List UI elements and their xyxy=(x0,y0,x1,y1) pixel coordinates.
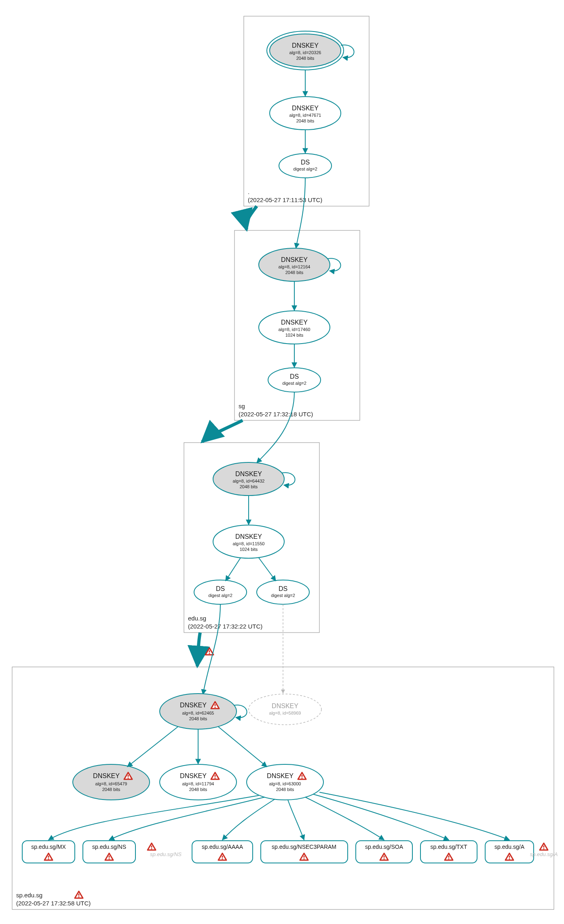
svg-text:1024 bits: 1024 bits xyxy=(240,547,258,552)
svg-text:alg=8, id=65479: alg=8, id=65479 xyxy=(95,781,127,786)
svg-text:alg=8, id=20326: alg=8, id=20326 xyxy=(289,50,321,55)
svg-text:DNSKEY: DNSKEY xyxy=(281,256,308,263)
edge-edu-to-sp-thick xyxy=(197,633,200,666)
edge-k3-ns xyxy=(109,797,265,840)
warning-icon xyxy=(205,648,213,655)
svg-text:DNSKEY: DNSKEY xyxy=(292,105,319,112)
edge-edu-zsk-ds1 xyxy=(226,558,241,581)
edge-k3-a xyxy=(319,792,509,840)
node-root-ksk[interactable]: DNSKEY alg=8, id=20326 2048 bits xyxy=(267,31,354,70)
node-edu-ds1[interactable]: DS digest alg=2 xyxy=(194,580,247,604)
svg-point-33 xyxy=(194,580,247,604)
edge-sp-ksk-k3 xyxy=(218,727,267,767)
svg-point-11 xyxy=(279,154,332,178)
edge-root-to-sg-thick xyxy=(246,206,257,230)
node-sp-key1[interactable]: DNSKEY alg=8, id=65479 2048 bits xyxy=(73,764,150,800)
edge-k3-mx xyxy=(49,795,259,840)
svg-text:DNSKEY: DNSKEY xyxy=(281,319,308,326)
svg-text:DS: DS xyxy=(290,373,299,380)
edge-edu-zsk-ds2 xyxy=(259,558,276,581)
rr-ns[interactable]: sp.edu.sg/NS xyxy=(83,841,135,863)
zone-root-ts: (2022-05-27 17:11:53 UTC) xyxy=(248,196,322,203)
warning-icon xyxy=(148,843,156,850)
svg-text:2048 bits: 2048 bits xyxy=(189,716,207,721)
svg-text:digest alg=2: digest alg=2 xyxy=(293,167,317,171)
svg-text:DNSKEY: DNSKEY xyxy=(267,772,294,779)
svg-text:DNSKEY: DNSKEY xyxy=(180,702,207,709)
svg-text:alg=8, id=62465: alg=8, id=62465 xyxy=(182,711,214,715)
svg-text:2048 bits: 2048 bits xyxy=(285,270,304,275)
edge-sg-ds-to-edu-ksk xyxy=(257,392,294,463)
node-edu-zsk[interactable]: DNSKEY alg=8, id=11550 1024 bits xyxy=(213,525,284,558)
node-root-zsk[interactable]: DNSKEY alg=8, id=47671 2048 bits xyxy=(270,97,341,130)
svg-text:2048 bits: 2048 bits xyxy=(102,787,120,792)
zone-edu-ts: (2022-05-27 17:32:22 UTC) xyxy=(188,623,262,630)
node-sp-key3[interactable]: DNSKEY alg=8, id=63000 2048 bits xyxy=(247,764,323,800)
svg-text:sp.edu.sg/NS: sp.edu.sg/NS xyxy=(150,851,182,857)
dnssec-diagram: . (2022-05-27 17:11:53 UTC) sg (2022-05-… xyxy=(0,0,564,924)
svg-text:alg=8, id=11550: alg=8, id=11550 xyxy=(233,541,265,546)
svg-text:sp.edu.sg/NSEC3PARAM: sp.edu.sg/NSEC3PARAM xyxy=(272,844,336,850)
zone-sp-ts: (2022-05-27 17:32:58 UTC) xyxy=(16,900,91,907)
svg-text:alg=8, id=63000: alg=8, id=63000 xyxy=(269,781,301,786)
svg-text:alg=8, id=11794: alg=8, id=11794 xyxy=(182,781,214,786)
node-sp-ksk[interactable]: DNSKEY alg=8, id=62465 2048 bits xyxy=(160,694,247,729)
node-root-ds[interactable]: DS digest alg=2 xyxy=(279,154,332,178)
svg-text:DNSKEY: DNSKEY xyxy=(235,470,262,477)
svg-text:DNSKEY: DNSKEY xyxy=(292,42,319,49)
svg-text:2048 bits: 2048 bits xyxy=(296,118,315,123)
node-sp-key2[interactable]: DNSKEY alg=8, id=11794 2048 bits xyxy=(160,764,237,800)
svg-text:alg=8, id=12164: alg=8, id=12164 xyxy=(279,264,311,269)
rr-txt[interactable]: sp.edu.sg/TXT xyxy=(420,841,477,863)
svg-text:DNSKEY: DNSKEY xyxy=(93,772,120,779)
svg-text:sp.edu.sg/A: sp.edu.sg/A xyxy=(494,844,525,850)
svg-text:2048 bits: 2048 bits xyxy=(189,787,207,792)
rr-nsec3param[interactable]: sp.edu.sg/NSEC3PARAM xyxy=(261,841,348,863)
svg-text:digest alg=2: digest alg=2 xyxy=(282,381,306,386)
rr-mx[interactable]: sp.edu.sg/MX xyxy=(22,841,75,863)
edge-k3-nsec xyxy=(288,800,304,840)
svg-point-43 xyxy=(249,694,321,725)
node-sg-ds[interactable]: DS digest alg=2 xyxy=(268,368,321,392)
svg-text:sp.edu.sg/MX: sp.edu.sg/MX xyxy=(31,844,66,850)
node-sg-ksk[interactable]: DNSKEY alg=8, id=12164 2048 bits xyxy=(259,248,341,281)
zone-sg-ts: (2022-05-27 17:32:18 UTC) xyxy=(239,411,313,418)
svg-text:digest alg=2: digest alg=2 xyxy=(208,593,232,598)
svg-text:alg=8, id=17460: alg=8, id=17460 xyxy=(279,327,311,332)
edge-k3-txt xyxy=(313,794,449,840)
svg-text:DS: DS xyxy=(279,585,287,592)
node-edu-ksk[interactable]: DNSKEY alg=8, id=64432 2048 bits xyxy=(213,462,295,496)
node-edu-ds2[interactable]: DS digest alg=2 xyxy=(257,580,309,604)
svg-text:sp.edu.sg/AAAA: sp.edu.sg/AAAA xyxy=(202,844,243,850)
edge-sp-ksk-k1 xyxy=(127,727,178,767)
svg-text:alg=8, id=64432: alg=8, id=64432 xyxy=(233,479,265,483)
svg-text:sp.edu.sg/A: sp.edu.sg/A xyxy=(530,851,558,857)
svg-text:DNSKEY: DNSKEY xyxy=(272,702,298,709)
svg-text:sp.edu.sg/TXT: sp.edu.sg/TXT xyxy=(430,844,467,850)
svg-point-36 xyxy=(257,580,309,604)
svg-text:2048 bits: 2048 bits xyxy=(296,56,315,61)
svg-text:DS: DS xyxy=(216,585,225,592)
zone-root-label: . xyxy=(248,188,249,195)
edge-root-ds-to-sg-ksk xyxy=(296,178,305,248)
rr-a[interactable]: sp.edu.sg/A xyxy=(485,841,534,863)
rr-aaaa[interactable]: sp.edu.sg/AAAA xyxy=(192,841,253,863)
svg-point-22 xyxy=(268,368,321,392)
zone-edu-label: edu.sg xyxy=(188,615,206,622)
svg-text:digest alg=2: digest alg=2 xyxy=(271,593,295,598)
svg-text:DS: DS xyxy=(301,159,310,166)
zone-sp-label: sp.edu.sg xyxy=(16,892,42,899)
svg-text:1024 bits: 1024 bits xyxy=(285,333,304,338)
svg-text:2048 bits: 2048 bits xyxy=(240,484,258,489)
node-sp-missing[interactable]: DNSKEY alg=8, id=58969 xyxy=(249,694,321,725)
edge-sg-to-edu-thick xyxy=(202,420,243,442)
svg-text:sp.edu.sg/SOA: sp.edu.sg/SOA xyxy=(365,844,403,850)
rr-ns-dim: sp.edu.sg/NS xyxy=(148,843,182,857)
warning-icon xyxy=(540,843,548,850)
zone-sg-label: sg xyxy=(239,403,245,409)
svg-text:alg=8, id=58969: alg=8, id=58969 xyxy=(269,711,301,715)
node-sg-zsk[interactable]: DNSKEY alg=8, id=17460 1024 bits xyxy=(259,311,330,344)
svg-text:DNSKEY: DNSKEY xyxy=(180,772,207,779)
rr-soa[interactable]: sp.edu.sg/SOA xyxy=(356,841,412,863)
svg-text:DNSKEY: DNSKEY xyxy=(235,533,262,540)
